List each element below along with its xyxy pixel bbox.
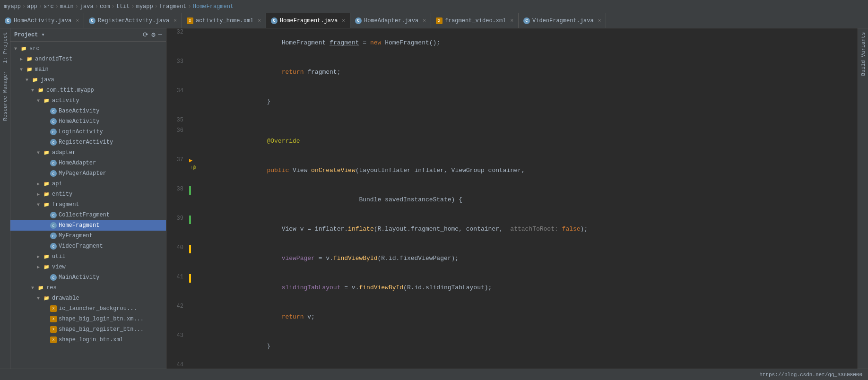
tree-drawable[interactable]: ▼ 📁 drawable bbox=[10, 293, 166, 303]
breadcrumb-homefragment[interactable]: HomeFragment bbox=[193, 3, 234, 10]
table-row: 43 } bbox=[166, 332, 858, 361]
tab-registeractivity-close[interactable]: × bbox=[174, 18, 177, 24]
line-gutter bbox=[189, 116, 199, 127]
tree-shapebiglogin[interactable]: X shape_big_login_btn.xm... bbox=[10, 314, 166, 324]
xml-icon-shapeloginbtn: X bbox=[50, 337, 57, 343]
table-row: 34 } bbox=[166, 87, 858, 116]
tab-activityhome[interactable]: X activity_home.xml × bbox=[182, 13, 266, 28]
breadcrumb-java[interactable]: java bbox=[80, 3, 94, 10]
breadcrumb-main[interactable]: main bbox=[60, 3, 74, 10]
tree-videofragment[interactable]: C VideoFragment bbox=[10, 241, 166, 251]
minus-icon[interactable]: — bbox=[158, 31, 162, 39]
java-icon-mainactivity: C bbox=[50, 274, 57, 281]
tab-registeractivity[interactable]: C RegisterActivity.java × bbox=[84, 13, 182, 28]
sync-icon[interactable]: ⟳ bbox=[143, 31, 148, 39]
project-label[interactable]: 1: Project bbox=[0, 28, 10, 67]
build-variants-label[interactable]: Build Variants bbox=[859, 28, 868, 79]
tree-homefragment[interactable]: C HomeFragment bbox=[10, 220, 166, 231]
tree-registeractivity-label: RegisterActivity bbox=[59, 139, 113, 146]
tree-androidtest[interactable]: ▶ 📁 androidTest bbox=[10, 54, 166, 64]
breadcrumb-ttit[interactable]: ttit bbox=[116, 3, 130, 10]
tab-fragmentvideo-close[interactable]: × bbox=[510, 18, 513, 24]
tree-homeadapter[interactable]: C HomeAdapter bbox=[10, 158, 166, 168]
table-row: 38 Bundle savedInstanceState) { bbox=[166, 185, 858, 215]
tree-baseactivity[interactable]: C BaseActivity bbox=[10, 106, 166, 116]
tree-fragment-label: fragment bbox=[52, 201, 79, 208]
tree-iclauncher[interactable]: X ic_launcher_backgrou... bbox=[10, 303, 166, 314]
tree-homeactivity[interactable]: C HomeActivity bbox=[10, 116, 166, 127]
java-icon-homeactivity: C bbox=[50, 118, 57, 125]
code-area[interactable]: 32 HomeFragment fragment = new HomeFragm… bbox=[166, 28, 858, 369]
line-number: 44 bbox=[166, 361, 189, 369]
breadcrumb-fragment[interactable]: fragment bbox=[159, 3, 187, 10]
tree-myfragment[interactable]: C MyFragment bbox=[10, 231, 166, 241]
tree-mainactivity[interactable]: C MainActivity bbox=[10, 272, 166, 283]
arrow-java: ▼ bbox=[26, 78, 31, 83]
tab-videofragment[interactable]: C VideoFragment.java × bbox=[519, 13, 606, 28]
tree-util[interactable]: ▶ 📁 util bbox=[10, 251, 166, 262]
tab-homeactivity-close[interactable]: × bbox=[76, 18, 79, 24]
line-content: View v = inflater.inflate(R.layout.fragm… bbox=[199, 215, 858, 244]
breadcrumb-myapp2[interactable]: myapp bbox=[136, 3, 153, 10]
resource-manager-label[interactable]: Resource Manager bbox=[0, 67, 10, 125]
tree-area[interactable]: ▼ 📁 src ▶ 📁 androidTest ▼ 📁 main ▼ bbox=[10, 42, 166, 369]
java-icon-loginactivity: C bbox=[50, 129, 57, 135]
arrow-entity: ▶ bbox=[37, 191, 43, 197]
tree-java[interactable]: ▼ 📁 java bbox=[10, 75, 166, 85]
java-icon-myfragment: C bbox=[50, 233, 57, 239]
tab-fragmentvideo[interactable]: X fragment_video.xml × bbox=[431, 13, 519, 28]
tree-view[interactable]: ▶ 📁 view bbox=[10, 262, 166, 272]
tab-homeadapter-close[interactable]: × bbox=[423, 18, 426, 24]
tab-homefragment[interactable]: C HomeFragment.java × bbox=[266, 13, 350, 28]
java-icon-3: C bbox=[271, 17, 278, 24]
tree-homeadapter-label: HomeAdapter bbox=[59, 160, 96, 166]
tab-activityhome-close[interactable]: × bbox=[258, 18, 261, 24]
java-icon-5: C bbox=[523, 17, 530, 24]
tree-shapeloginbtn[interactable]: X shape_login_btn.xml bbox=[10, 335, 166, 345]
tree-registeractivity[interactable]: C RegisterActivity bbox=[10, 137, 166, 147]
gear-icon[interactable]: ⚙ bbox=[151, 31, 155, 39]
arrow-res: ▼ bbox=[31, 285, 37, 291]
tab-videofragment-close[interactable]: × bbox=[598, 18, 601, 24]
tree-comttit[interactable]: ▼ 📁 com.ttit.myapp bbox=[10, 85, 166, 95]
code-editor[interactable]: 32 HomeFragment fragment = new HomeFragm… bbox=[166, 28, 858, 369]
java-icon-videofragment: C bbox=[50, 243, 57, 250]
green-bar-38 bbox=[189, 186, 191, 195]
tree-activity[interactable]: ▼ 📁 activity bbox=[10, 95, 166, 106]
tab-homeadapter[interactable]: C HomeAdapter.java × bbox=[350, 13, 431, 28]
table-row: 37 ▶ ↑@ public View onCreateView(LayoutI… bbox=[166, 156, 858, 185]
java-icon-4: C bbox=[355, 17, 362, 24]
code-table: 32 HomeFragment fragment = new HomeFragm… bbox=[166, 28, 858, 369]
line-content: slidingTabLayout = v.findViewById(R.id.s… bbox=[199, 273, 858, 302]
breadcrumb-com[interactable]: com bbox=[100, 3, 110, 10]
tree-entity[interactable]: ▶ 📁 entity bbox=[10, 189, 166, 199]
tab-fragmentvideo-label: fragment_video.xml bbox=[445, 17, 506, 24]
tree-src[interactable]: ▼ 📁 src bbox=[10, 43, 166, 54]
tree-main[interactable]: ▼ 📁 main bbox=[10, 64, 166, 75]
panel-header: Project ▾ ⟳ ⚙ — bbox=[10, 28, 166, 42]
folder-icon-java: 📁 bbox=[31, 77, 39, 83]
line-number: 39 bbox=[166, 215, 189, 244]
status-url: https://blog.csdn.net/qq_33608000 bbox=[759, 372, 862, 378]
tab-homeactivity[interactable]: C HomeActivity.java × bbox=[0, 13, 84, 28]
tree-adapter[interactable]: ▼ 📁 adapter bbox=[10, 147, 166, 158]
tree-fragment[interactable]: ▼ 📁 fragment bbox=[10, 199, 166, 210]
breadcrumb-src[interactable]: src bbox=[43, 3, 54, 10]
line-content: public View onCreateView(LayoutInflater … bbox=[199, 156, 858, 185]
tree-api[interactable]: ▶ 📁 api bbox=[10, 179, 166, 189]
tree-res[interactable]: ▼ 📁 res bbox=[10, 283, 166, 293]
tree-comttit-label: com.ttit.myapp bbox=[46, 87, 94, 94]
tree-mypageradapter[interactable]: C MyPagerAdapter bbox=[10, 168, 166, 179]
tree-collectfragment[interactable]: C CollectFragment bbox=[10, 210, 166, 220]
tree-activity-label: activity bbox=[52, 97, 79, 104]
tree-adapter-label: adapter bbox=[52, 149, 76, 156]
tree-homeactivity-label: HomeActivity bbox=[59, 118, 99, 125]
line-content bbox=[199, 361, 858, 369]
tree-shapebigreg[interactable]: X shape_big_register_btn... bbox=[10, 324, 166, 335]
breadcrumb-myapp[interactable]: myapp bbox=[4, 3, 21, 10]
line-number: 41 bbox=[166, 273, 189, 302]
tab-homefragment-close[interactable]: × bbox=[342, 18, 345, 24]
tree-loginactivity[interactable]: C LoginActivity bbox=[10, 127, 166, 137]
breadcrumb-app[interactable]: app bbox=[27, 3, 37, 10]
java-icon-homefragment: C bbox=[50, 222, 57, 229]
